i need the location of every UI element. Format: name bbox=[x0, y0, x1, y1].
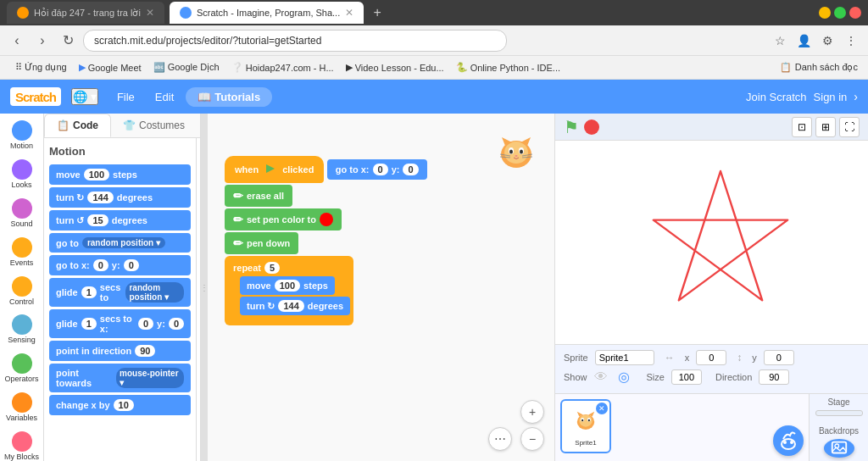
block-turn-right[interactable]: turn ↻ 144 degrees bbox=[49, 187, 191, 208]
tab-title-hoidap: Hỏi đáp 247 - trang tra lời bbox=[34, 8, 141, 19]
hide-eye-icon[interactable]: ◎ bbox=[618, 369, 630, 385]
category-events[interactable]: Events bbox=[2, 234, 42, 271]
tab-close-hoidap[interactable]: ✕ bbox=[146, 7, 154, 19]
block-point-towards[interactable]: point towards mouse-pointer ▾ bbox=[49, 364, 191, 392]
reading-list[interactable]: 📋 Danh sách đọc bbox=[780, 62, 858, 73]
tab-scratch[interactable]: Scratch - Imagine, Program, Sha... ✕ bbox=[170, 2, 364, 24]
block-erase-all[interactable]: ✏ erase all bbox=[225, 185, 292, 207]
control-label: Control bbox=[9, 298, 34, 307]
svg-point-20 bbox=[581, 419, 583, 421]
bookmark-translate[interactable]: 🔤 Google Dịch bbox=[148, 60, 225, 75]
address-input[interactable] bbox=[83, 30, 507, 52]
bookmark-star-button[interactable]: ☆ bbox=[770, 31, 790, 51]
glide1-dropdown[interactable]: random position ▾ bbox=[125, 282, 184, 303]
normal-stage-button[interactable]: ⊞ bbox=[815, 117, 836, 137]
move-suffix: steps bbox=[113, 169, 137, 180]
size-input[interactable] bbox=[671, 369, 702, 385]
goto-y-label: y: bbox=[112, 260, 120, 270]
bookmark-python[interactable]: 🐍 Online Python - IDE... bbox=[451, 60, 565, 75]
close-button[interactable] bbox=[849, 7, 861, 19]
join-button[interactable]: Join Scratch bbox=[746, 91, 807, 103]
script-container: when clicked go to x: 0 y: 0 ✏ erase all bbox=[225, 156, 427, 325]
stop-button[interactable] bbox=[584, 119, 599, 135]
block-set-pen-color[interactable]: ✏ set pen color to bbox=[225, 208, 342, 230]
point-towards-dropdown[interactable]: mouse-pointer ▾ bbox=[116, 368, 184, 388]
stage-drawing bbox=[593, 149, 831, 336]
menu-button[interactable]: ⋮ bbox=[841, 31, 861, 51]
tab-close-scratch[interactable]: ✕ bbox=[345, 7, 353, 19]
glide2-mid: secs to x: bbox=[100, 314, 135, 334]
add-sprite-button[interactable] bbox=[773, 425, 804, 456]
glide2-x: 0 bbox=[138, 318, 153, 330]
tab-code[interactable]: 📋 Code bbox=[44, 114, 111, 137]
maximize-button[interactable] bbox=[834, 7, 846, 19]
category-sensing[interactable]: Sensing bbox=[2, 311, 42, 348]
category-variables[interactable]: Variables bbox=[2, 389, 42, 426]
block-goto-xy[interactable]: go to x: 0 y: 0 bbox=[49, 255, 191, 275]
category-operators[interactable]: Operators bbox=[2, 350, 42, 387]
stage-mini-thumbnail[interactable] bbox=[815, 410, 863, 416]
fullscreen-button[interactable]: ⛶ bbox=[839, 117, 860, 137]
block-move[interactable]: move 100 steps bbox=[49, 164, 191, 185]
extensions-button[interactable]: ⚙ bbox=[817, 31, 837, 51]
direction-label: point in direction bbox=[56, 346, 131, 356]
back-button[interactable]: ‹ bbox=[7, 31, 27, 51]
block-glide-random[interactable]: glide 1 secs to random position ▾ bbox=[49, 278, 191, 307]
bookmark-meet[interactable]: ▶ Google Meet bbox=[74, 60, 147, 75]
bookmark-video[interactable]: ▶ Video Lesson - Edu... bbox=[341, 60, 449, 75]
bookmark-apps[interactable]: ⠿ Ứng dụng bbox=[10, 60, 72, 75]
show-eye-icon[interactable]: 👁 bbox=[594, 369, 608, 385]
block-goto-random[interactable]: go to random position ▾ bbox=[49, 233, 191, 253]
tutorials-button[interactable]: 📖 Tutorials bbox=[186, 87, 272, 107]
goto-random-dropdown[interactable]: random position ▾ bbox=[82, 237, 165, 248]
python-icon: 🐍 bbox=[456, 62, 468, 73]
scratch-cat bbox=[495, 131, 537, 175]
x-input[interactable] bbox=[696, 350, 726, 365]
bookmark-hoidap[interactable]: ❔ Hoidap247.com - H... bbox=[226, 60, 339, 75]
more-options-button[interactable]: ⋯ bbox=[488, 427, 512, 451]
block-repeat[interactable]: repeat 5 move 100 steps turn ↻ 144 bbox=[225, 256, 353, 325]
scratch-logo[interactable]: Scratch bbox=[10, 87, 61, 106]
minimize-button[interactable] bbox=[819, 7, 831, 19]
hat-block[interactable]: when clicked bbox=[225, 156, 324, 183]
goto-xy-script-x: 0 bbox=[373, 164, 388, 175]
block-change-x[interactable]: change x by 10 bbox=[49, 395, 191, 415]
sprite-name-input[interactable] bbox=[595, 350, 654, 365]
block-turn-repeat[interactable]: turn ↻ 144 degrees bbox=[240, 297, 350, 315]
sprite-thumb-1[interactable]: ✕ Sprite1 bbox=[560, 399, 611, 453]
block-move-repeat[interactable]: move 100 steps bbox=[240, 276, 335, 295]
script-area[interactable]: when clicked go to x: 0 y: 0 ✏ erase all bbox=[208, 114, 554, 461]
edit-menu[interactable]: Edit bbox=[147, 87, 182, 107]
profile-button[interactable]: 👤 bbox=[793, 31, 814, 51]
block-turn-left[interactable]: turn ↺ 15 degrees bbox=[49, 210, 191, 230]
signin-button[interactable]: Sign in bbox=[814, 91, 848, 103]
add-backdrop-button[interactable] bbox=[824, 439, 854, 458]
direction-input[interactable] bbox=[759, 369, 789, 385]
category-myblocks[interactable]: My Blocks bbox=[2, 428, 42, 461]
forward-button[interactable]: › bbox=[32, 31, 53, 51]
file-menu[interactable]: File bbox=[108, 87, 143, 107]
y-input[interactable] bbox=[764, 350, 794, 365]
block-glide-xy[interactable]: glide 1 secs to x: 0 y: 0 bbox=[49, 309, 191, 338]
language-button[interactable]: 🌐 ▾ bbox=[71, 88, 98, 105]
category-sound[interactable]: Sound bbox=[2, 195, 42, 232]
green-flag-button[interactable]: ⚑ bbox=[564, 117, 579, 137]
category-control[interactable]: Control bbox=[2, 273, 42, 310]
category-motion[interactable]: Motion bbox=[2, 117, 42, 154]
new-tab-button[interactable]: + bbox=[369, 4, 386, 21]
tab-costumes[interactable]: 👕 Costumes bbox=[111, 114, 197, 137]
small-stage-button[interactable]: ⊡ bbox=[792, 117, 812, 137]
hat-when-label: when bbox=[235, 164, 259, 175]
sprite-delete-button[interactable]: ✕ bbox=[596, 403, 608, 414]
glide1-val: 1 bbox=[81, 286, 97, 298]
refresh-button[interactable]: ↻ bbox=[58, 31, 78, 51]
tab-hoidap[interactable]: Hỏi đáp 247 - trang tra lời ✕ bbox=[7, 2, 164, 24]
stage-area: ⚑ ⊡ ⊞ ⛶ Sp bbox=[554, 114, 868, 461]
zoom-out-button[interactable]: − bbox=[520, 427, 544, 451]
block-pen-down[interactable]: ✏ pen down bbox=[225, 232, 298, 254]
zoom-in-button[interactable]: + bbox=[520, 400, 544, 424]
block-direction[interactable]: point in direction 90 bbox=[49, 341, 191, 361]
block-goto-xy-script[interactable]: go to x: 0 y: 0 bbox=[327, 159, 427, 180]
direction-value: 90 bbox=[135, 345, 155, 357]
category-looks[interactable]: Looks bbox=[2, 156, 42, 193]
